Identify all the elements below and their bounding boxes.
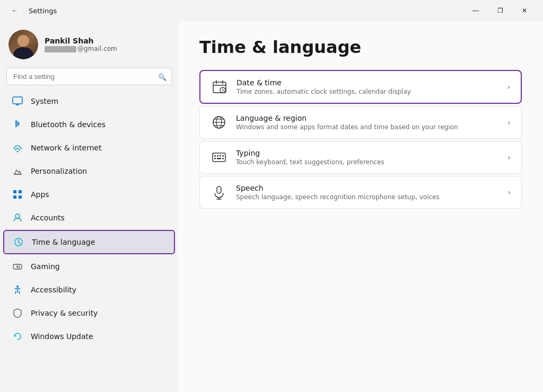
minimize-button[interactable]: — [463,2,488,19]
setting-card-speech[interactable]: Speech Speech language, speech recogniti… [199,176,522,209]
search-box: 🔍 [6,68,172,85]
svg-rect-28 [217,155,218,157]
sidebar-item-gaming[interactable]: Gaming [3,255,175,278]
apps-label: Apps [31,190,49,199]
date-time-chevron: › [507,83,510,91]
speech-icon [211,184,227,201]
user-info: Pankil Shah @gmail.com [45,37,117,52]
date-time-icon [211,78,228,95]
svg-rect-27 [214,155,216,157]
speech-chevron: › [507,188,511,197]
sidebar-item-update[interactable]: Windows Update [3,325,175,348]
language-desc: Windows and some apps format dates and t… [236,123,499,131]
svg-rect-26 [213,153,225,162]
sidebar-item-apps[interactable]: Apps [3,183,175,206]
svg-rect-7 [19,195,22,199]
sidebar-item-personalization[interactable]: Personalization [3,160,175,182]
svg-rect-4 [13,190,16,193]
title-bar-left: ← Settings [6,2,57,19]
sidebar-item-bluetooth[interactable]: Bluetooth & devices [3,113,175,136]
privacy-icon [12,307,23,319]
speech-desc: Speech language, speech recognition micr… [236,193,499,201]
window-controls: — ❐ ✕ [463,2,537,19]
svg-rect-29 [220,155,221,157]
language-title: Language & region [236,114,499,122]
speech-text: Speech Speech language, speech recogniti… [236,184,499,201]
setting-card-date-time[interactable]: Date & time Time zones, automatic clock … [199,70,522,104]
search-icon: 🔍 [158,73,167,81]
gaming-icon [12,261,23,272]
title-bar: ← Settings — ❐ ✕ [0,0,543,21]
language-icon [211,114,227,131]
sidebar: Pankil Shah @gmail.com 🔍 System [0,21,178,392]
svg-rect-30 [222,155,224,157]
personalization-label: Personalization [31,167,87,175]
date-time-text: Date & time Time zones, automatic clock … [237,78,498,95]
page-title: Time & language [199,37,522,57]
maximize-button[interactable]: ❐ [488,2,512,19]
system-label: System [31,97,58,105]
svg-point-15 [16,286,19,288]
svg-rect-31 [214,158,216,159]
app-title: Settings [29,7,57,15]
accounts-icon [12,212,23,224]
network-label: Network & internet [31,144,102,152]
setting-card-language[interactable]: Language & region Windows and some apps … [199,106,522,139]
svg-point-8 [15,214,20,218]
svg-rect-34 [217,186,221,193]
user-name: Pankil Shah [45,37,117,45]
back-button[interactable]: ← [6,2,23,19]
svg-point-13 [19,266,20,267]
svg-rect-0 [13,97,22,104]
system-icon [12,95,23,107]
typing-chevron: › [507,153,511,162]
content-area: Time & language Date & time Time [178,21,543,392]
typing-icon [211,149,227,166]
update-label: Windows Update [31,332,93,341]
date-time-title: Date & time [237,78,498,87]
date-time-desc: Time zones, automatic clock settings, ca… [237,88,498,95]
user-profile[interactable]: Pankil Shah @gmail.com [0,21,178,66]
sidebar-item-network[interactable]: Network & internet [3,137,175,159]
accessibility-label: Accessibility [31,286,76,294]
time-label: Time & language [32,238,95,246]
search-input[interactable] [6,68,172,85]
bluetooth-label: Bluetooth & devices [31,120,106,129]
close-button[interactable]: ✕ [512,2,537,19]
accessibility-icon [12,284,23,296]
gaming-label: Gaming [31,262,60,271]
sidebar-item-accessibility[interactable]: Accessibility [3,279,175,301]
avatar-image [8,30,38,59]
avatar [8,30,38,59]
personalization-icon [12,165,23,177]
typing-text: Typing Touch keyboard, text suggestions,… [236,149,499,166]
sidebar-item-time[interactable]: Time & language [3,230,175,254]
privacy-label: Privacy & security [31,309,98,317]
app-body: Pankil Shah @gmail.com 🔍 System [0,21,543,392]
language-text: Language & region Windows and some apps … [236,114,499,131]
network-icon [12,142,23,154]
update-icon [12,331,23,342]
sidebar-item-privacy[interactable]: Privacy & security [3,302,175,324]
svg-point-3 [17,151,19,153]
settings-list: Date & time Time zones, automatic clock … [199,70,522,209]
svg-rect-32 [217,158,221,159]
svg-rect-6 [13,195,16,199]
user-email: @gmail.com [45,45,117,52]
speech-title: Speech [236,184,499,192]
typing-desc: Touch keyboard, text suggestions, prefer… [236,158,499,166]
bluetooth-icon [12,119,23,130]
svg-point-14 [19,268,20,269]
email-blur [45,46,76,52]
svg-rect-33 [222,158,224,159]
svg-rect-5 [19,190,22,193]
typing-title: Typing [236,149,499,157]
language-chevron: › [507,118,511,127]
sidebar-item-accounts[interactable]: Accounts [3,207,175,229]
apps-icon [12,189,23,200]
time-icon [13,236,24,248]
setting-card-typing[interactable]: Typing Touch keyboard, text suggestions,… [199,141,522,174]
nav-item[interactable]: System [3,90,175,112]
accounts-label: Accounts [31,213,65,222]
